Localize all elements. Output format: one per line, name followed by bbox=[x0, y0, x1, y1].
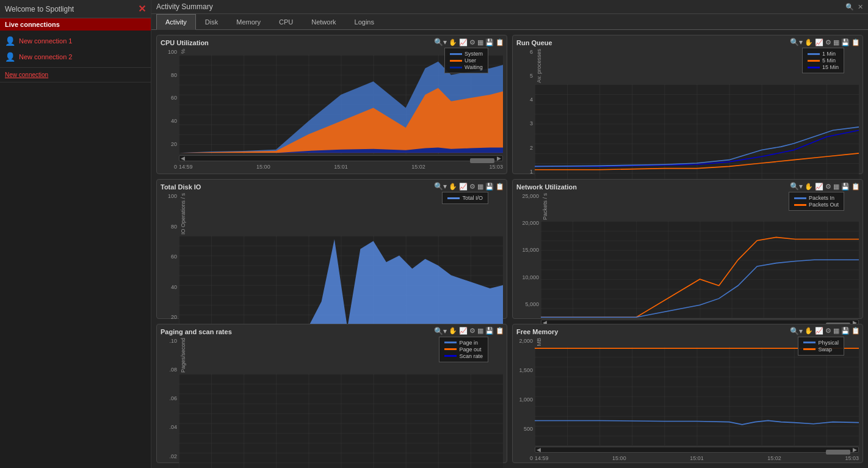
net-y-label: Packets / s bbox=[541, 193, 549, 220]
mem-save-icon[interactable]: 💾 bbox=[841, 327, 850, 335]
rq-legend: 1 Min 5 Min 15 Min bbox=[802, 48, 844, 73]
mem-chart-inner: 2,000 1,500 1,000 500 0 MB bbox=[516, 338, 859, 462]
mem-svg-wrap bbox=[535, 347, 859, 445]
net-line-icon[interactable]: 📈 bbox=[815, 183, 823, 191]
tab-activity[interactable]: Activity bbox=[156, 14, 196, 30]
tab-bar: Activity Disk Memory CPU Network Logins bbox=[151, 14, 868, 30]
cpu-scroll-thumb[interactable] bbox=[470, 158, 494, 163]
cpu-legend-user: User bbox=[450, 57, 483, 64]
live-connections-label: Live connections bbox=[5, 21, 60, 28]
paging-export-icon[interactable]: 📋 bbox=[496, 327, 504, 335]
rq-toolbar: 🔍▾ ✋ 📈 ⚙ ▦ 💾 📋 bbox=[790, 38, 860, 46]
paging-line-icon[interactable]: 📈 bbox=[459, 327, 468, 335]
mem-scroll-thumb[interactable] bbox=[826, 450, 850, 455]
cpu-scroll-left[interactable]: ◀ bbox=[179, 155, 186, 161]
new-connection-item[interactable]: New connection bbox=[0, 68, 151, 82]
mem-settings-icon[interactable]: ⚙ bbox=[825, 327, 831, 335]
disk-line-icon[interactable]: 📈 bbox=[459, 183, 468, 191]
net-hand-icon[interactable]: ✋ bbox=[805, 183, 813, 191]
rq-grid-icon[interactable]: ▦ bbox=[833, 38, 839, 46]
paging-zoom-icon[interactable]: 🔍▾ bbox=[434, 327, 447, 335]
rq-export-icon[interactable]: 📋 bbox=[852, 38, 860, 46]
rq-save-icon[interactable]: 💾 bbox=[841, 38, 850, 46]
disk-zoom-icon[interactable]: 🔍▾ bbox=[434, 182, 447, 191]
paging-hand-icon[interactable]: ✋ bbox=[449, 327, 457, 335]
cpu-y-label: % bbox=[179, 49, 187, 54]
tab-logins[interactable]: Logins bbox=[345, 14, 383, 29]
paging-settings-icon[interactable]: ⚙ bbox=[469, 327, 476, 335]
net-zoom-icon[interactable]: 🔍▾ bbox=[790, 182, 803, 191]
rq-zoom-icon[interactable]: 🔍▾ bbox=[790, 38, 803, 46]
rq-settings-icon[interactable]: ⚙ bbox=[825, 38, 831, 46]
svg-rect-15 bbox=[535, 347, 859, 445]
disk-settings-icon[interactable]: ⚙ bbox=[469, 183, 476, 191]
net-settings-icon[interactable]: ⚙ bbox=[825, 183, 831, 191]
tab-cpu[interactable]: CPU bbox=[270, 14, 302, 29]
paging-grid-icon[interactable]: ▦ bbox=[477, 327, 483, 335]
cpu-export-icon[interactable]: 📋 bbox=[496, 38, 504, 46]
paging-save-icon[interactable]: 💾 bbox=[485, 327, 494, 335]
disk-y-label: IO Operations / s bbox=[179, 193, 187, 235]
rq-legend-1min: 1 Min bbox=[808, 51, 839, 57]
net-svg-wrap bbox=[541, 221, 859, 318]
net-grid-icon[interactable]: ▦ bbox=[833, 183, 839, 191]
mem-scrollbar[interactable]: ◀ ▶ bbox=[535, 447, 859, 453]
mem-line-icon[interactable]: 📈 bbox=[815, 327, 823, 335]
paging-legend-scan: Scan rate bbox=[444, 353, 483, 359]
run-queue-panel: Run Queue 🔍▾ ✋ 📈 ⚙ ▦ 💾 📋 6 5 4 3 2 bbox=[512, 35, 863, 174]
disk-save-icon[interactable]: 💾 bbox=[485, 183, 494, 191]
disk-svg-wrap bbox=[179, 236, 503, 334]
paging-y-label: Pages/second bbox=[179, 338, 187, 373]
paging-legend: Page in Page out Scan rate bbox=[439, 337, 488, 362]
mem-legend: Physical Swap bbox=[798, 337, 844, 356]
mem-y-labels: 2,000 1,500 1,000 500 0 bbox=[516, 338, 535, 462]
mem-y-label: MB bbox=[535, 338, 543, 346]
tab-network[interactable]: Network bbox=[302, 14, 345, 29]
mem-hand-icon[interactable]: ✋ bbox=[805, 327, 813, 335]
disk-export-icon[interactable]: 📋 bbox=[496, 183, 504, 191]
cpu-hand-icon[interactable]: ✋ bbox=[449, 38, 457, 46]
header-close-icon[interactable]: ✕ bbox=[858, 3, 863, 11]
sidebar-connection-1[interactable]: 👤 New connection 1 bbox=[0, 33, 151, 49]
mem-grid-icon[interactable]: ▦ bbox=[833, 327, 839, 335]
disk-legend: Total I/O bbox=[442, 192, 488, 204]
tab-memory[interactable]: Memory bbox=[227, 14, 270, 29]
cpu-zoom-icon[interactable]: 🔍▾ bbox=[434, 38, 447, 46]
disk-grid-icon[interactable]: ▦ bbox=[477, 183, 483, 191]
cpu-grid-icon[interactable]: ▦ bbox=[477, 38, 483, 46]
cpu-save-icon[interactable]: 💾 bbox=[485, 38, 494, 46]
mem-zoom-icon[interactable]: 🔍▾ bbox=[790, 327, 803, 335]
tab-disk[interactable]: Disk bbox=[196, 14, 227, 29]
paging-y-labels: .10 .08 .06 .04 .02 .00 bbox=[161, 338, 179, 468]
rq-hand-icon[interactable]: ✋ bbox=[805, 38, 813, 46]
mem-svg bbox=[535, 347, 859, 445]
net-export-icon[interactable]: 📋 bbox=[852, 183, 860, 191]
connection-icon-1: 👤 bbox=[5, 36, 15, 46]
mem-export-icon[interactable]: 📋 bbox=[852, 327, 860, 335]
header-search-icon[interactable]: 🔍 bbox=[845, 3, 854, 11]
new-connection-link[interactable]: New connection bbox=[5, 71, 48, 78]
svg-rect-11 bbox=[541, 221, 859, 318]
net-svg-area: Packets / s bbox=[541, 193, 859, 334]
rq-line-icon[interactable]: 📈 bbox=[815, 38, 823, 46]
disk-hand-icon[interactable]: ✋ bbox=[449, 183, 457, 191]
mem-x-labels: 14:59 15:00 15:01 15:02 15:03 bbox=[535, 454, 859, 461]
paging-svg bbox=[179, 374, 503, 468]
rq-y-label: Av. processes bbox=[535, 49, 543, 83]
main-header-title: Activity Summary bbox=[156, 2, 213, 11]
cpu-line-icon[interactable]: 📈 bbox=[459, 38, 468, 46]
net-save-icon[interactable]: 💾 bbox=[841, 183, 850, 191]
cpu-scroll-right[interactable]: ▶ bbox=[496, 155, 502, 161]
disk-legend-total: Total I/O bbox=[447, 195, 483, 201]
disk-toolbar: 🔍▾ ✋ 📈 ⚙ ▦ 💾 📋 bbox=[434, 182, 504, 191]
header-controls: 🔍 ✕ bbox=[845, 3, 863, 11]
sidebar-connection-2[interactable]: 👤 New connection 2 bbox=[0, 49, 151, 65]
rq-legend-5min: 5 Min bbox=[808, 57, 839, 64]
cpu-settings-icon[interactable]: ⚙ bbox=[469, 38, 476, 46]
network-panel: Network Utilization 🔍▾ ✋ 📈 ⚙ ▦ 💾 📋 25,00… bbox=[512, 179, 863, 318]
cpu-scrollbar[interactable]: ◀ ▶ bbox=[179, 155, 503, 161]
live-connections-header: Live connections bbox=[0, 18, 151, 31]
mem-scroll-left[interactable]: ◀ bbox=[535, 447, 542, 453]
sidebar-close-icon[interactable]: ✕ bbox=[138, 3, 146, 15]
mem-scroll-right[interactable]: ▶ bbox=[852, 447, 858, 453]
